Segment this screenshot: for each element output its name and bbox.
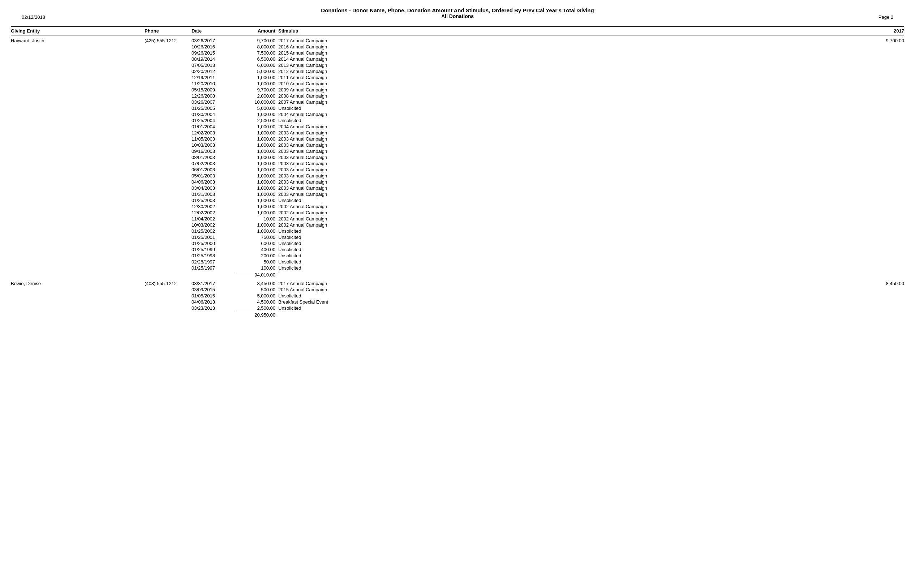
donation-row: 02/20/20125,000.002012 Annual Campaign xyxy=(11,68,904,74)
donor-year-total xyxy=(861,293,904,299)
donation-row: 01/25/20042,500.00Unsolicited xyxy=(11,118,904,124)
donor-name xyxy=(11,75,145,80)
donation-date: 11/05/2003 xyxy=(192,136,235,142)
donor-phone xyxy=(145,179,192,185)
donor-name xyxy=(11,142,145,148)
donor-phone: (425) 555-1212 xyxy=(145,38,192,44)
donor-name xyxy=(11,210,145,215)
donor-name xyxy=(11,111,145,117)
donor-section: Hayward, Justin(425) 555-121203/26/20179… xyxy=(11,37,904,278)
donation-row: 01/30/20041,000.002004 Annual Campaign xyxy=(11,111,904,118)
donor-phone xyxy=(145,161,192,166)
donor-phone xyxy=(145,130,192,136)
donation-amount: 200.00 xyxy=(235,253,278,258)
donation-date: 01/25/1998 xyxy=(192,253,235,258)
donation-date: 07/05/2013 xyxy=(192,63,235,68)
donation-date: 01/05/2015 xyxy=(192,293,235,299)
donation-row: 03/23/20132,500.00Unsolicited xyxy=(11,305,904,311)
donation-amount: 10,000.00 xyxy=(235,99,278,105)
donation-stimulus: 2003 Annual Campaign xyxy=(278,167,861,172)
donor-year-total xyxy=(861,105,904,111)
page-number: Page 2 xyxy=(878,15,893,20)
donation-stimulus: 2003 Annual Campaign xyxy=(278,192,861,197)
donation-stimulus: 2003 Annual Campaign xyxy=(278,179,861,185)
donation-stimulus: 2003 Annual Campaign xyxy=(278,149,861,154)
donation-row: 05/01/20031,000.002003 Annual Campaign xyxy=(11,173,904,179)
donor-name xyxy=(11,305,145,311)
donation-stimulus: Unsolicited xyxy=(278,293,861,299)
donation-amount: 6,500.00 xyxy=(235,57,278,62)
donor-subtotal-amount: 94,010.00 xyxy=(235,272,278,278)
subtotal-empty3 xyxy=(192,312,235,318)
donation-row: 01/25/2001750.00Unsolicited xyxy=(11,234,904,240)
donor-year-total xyxy=(861,44,904,50)
donation-row: 07/02/20031,000.002003 Annual Campaign xyxy=(11,160,904,166)
donor-phone xyxy=(145,299,192,305)
donor-name xyxy=(11,173,145,179)
donation-row: 07/05/20136,000.002013 Annual Campaign xyxy=(11,62,904,68)
subtotal-empty5 xyxy=(278,312,861,318)
donation-stimulus: 2015 Annual Campaign xyxy=(278,50,861,56)
donation-date: 11/20/2010 xyxy=(192,81,235,86)
donor-name xyxy=(11,192,145,197)
donor-phone xyxy=(145,287,192,292)
donor-year-total xyxy=(861,69,904,74)
donor-phone xyxy=(145,57,192,62)
donation-date: 01/25/2003 xyxy=(192,198,235,203)
donor-year-total xyxy=(861,216,904,221)
donor-phone xyxy=(145,234,192,240)
donor-year-total xyxy=(861,99,904,105)
donation-row: 03/26/200710,000.002007 Annual Campaign xyxy=(11,99,904,105)
donor-name xyxy=(11,118,145,123)
donation-stimulus: Unsolicited xyxy=(278,305,861,311)
donation-amount: 5,000.00 xyxy=(235,69,278,74)
report-subtitle: All Donations xyxy=(11,13,904,19)
donor-name: Bowie, Denise xyxy=(11,281,145,286)
donation-stimulus: 2003 Annual Campaign xyxy=(278,130,861,136)
donor-name xyxy=(11,149,145,154)
donation-amount: 1,000.00 xyxy=(235,161,278,166)
donation-stimulus: 2011 Annual Campaign xyxy=(278,75,861,80)
donation-stimulus: 2010 Annual Campaign xyxy=(278,81,861,86)
donation-row: 02/28/199750.00Unsolicited xyxy=(11,259,904,265)
donor-phone xyxy=(145,155,192,160)
donor-year-total xyxy=(861,142,904,148)
donation-stimulus: 2017 Annual Campaign xyxy=(278,38,861,44)
donor-name xyxy=(11,265,145,271)
donation-date: 04/06/2013 xyxy=(192,299,235,305)
donation-stimulus: Unsolicited xyxy=(278,265,861,271)
donation-amount: 1,000.00 xyxy=(235,155,278,160)
donor-year-total xyxy=(861,299,904,305)
donation-amount: 1,000.00 xyxy=(235,179,278,185)
donation-date: 03/26/2007 xyxy=(192,99,235,105)
donor-phone xyxy=(145,241,192,246)
donor-phone xyxy=(145,216,192,221)
donor-name xyxy=(11,186,145,191)
donor-year-total xyxy=(861,50,904,56)
donation-stimulus: 2004 Annual Campaign xyxy=(278,124,861,129)
donor-name xyxy=(11,299,145,305)
donation-row: 12/02/20021,000.002002 Annual Campaign xyxy=(11,210,904,216)
donation-amount: 2,500.00 xyxy=(235,118,278,123)
col-amount: Amount xyxy=(235,28,278,34)
donor-phone xyxy=(145,259,192,265)
donor-year-total xyxy=(861,124,904,129)
donation-amount: 1,000.00 xyxy=(235,186,278,191)
donation-stimulus: 2002 Annual Campaign xyxy=(278,216,861,221)
donor-year-total xyxy=(861,161,904,166)
col-giving-entity: Giving Entity xyxy=(11,28,145,34)
donation-date: 03/23/2013 xyxy=(192,305,235,311)
donation-amount: 4,500.00 xyxy=(235,299,278,305)
donation-row: 01/25/20021,000.00Unsolicited xyxy=(11,228,904,234)
donation-row: 01/25/1998200.00Unsolicited xyxy=(11,253,904,259)
donation-row: 12/19/20111,000.002011 Annual Campaign xyxy=(11,74,904,81)
donor-phone xyxy=(145,167,192,172)
report-date: 02/12/2018 xyxy=(22,15,45,20)
col-date: Date xyxy=(192,28,235,34)
donor-name xyxy=(11,167,145,172)
donor-name xyxy=(11,259,145,265)
donation-stimulus: 2003 Annual Campaign xyxy=(278,136,861,142)
donation-row: 08/01/20031,000.002003 Annual Campaign xyxy=(11,154,904,160)
donation-stimulus: Unsolicited xyxy=(278,228,861,234)
donor-name xyxy=(11,57,145,62)
